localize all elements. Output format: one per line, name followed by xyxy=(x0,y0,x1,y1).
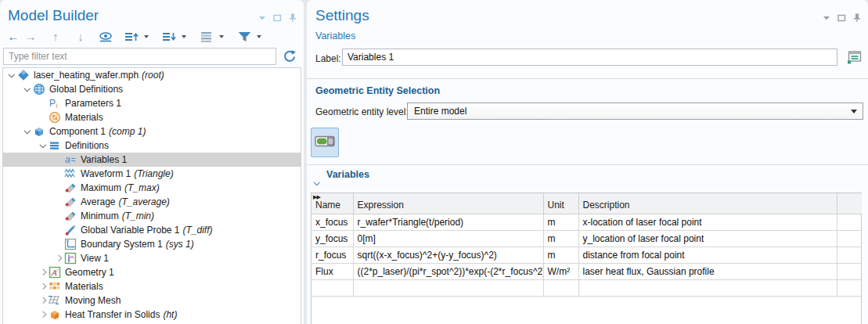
variable-row-empty[interactable] xyxy=(312,279,862,296)
tree-item-laser-heating-wafer-mph[interactable]: laser_heating_wafer.mph(root) xyxy=(3,68,301,82)
tree-item-view-1[interactable]: View 1 xyxy=(3,251,301,265)
back-icon[interactable]: ← xyxy=(6,29,20,45)
pin-icon[interactable] xyxy=(853,13,861,22)
chevron-expanded-icon[interactable] xyxy=(22,131,33,133)
col-header-expression[interactable]: Expression xyxy=(353,193,543,214)
col-header-description[interactable]: Description xyxy=(578,193,837,214)
model-tree-node-text-icon[interactable] xyxy=(200,29,214,45)
chevron-down-icon[interactable] xyxy=(257,35,261,38)
cell-expression[interactable]: 0[m] xyxy=(353,230,543,247)
settings-subtitle-link[interactable]: Variables xyxy=(315,31,355,41)
cell-description[interactable]: x-location of laser focal point xyxy=(578,214,837,230)
tree-item-boundary-system-1[interactable]: Boundary System 1(sys 1) xyxy=(3,237,301,251)
comsol-desktop: Model Builder ← → ↑ ↓ xyxy=(0,0,868,324)
chevron-down-icon[interactable] xyxy=(258,14,266,22)
cell-extra[interactable] xyxy=(837,279,862,296)
chevron-down-icon[interactable] xyxy=(182,35,186,38)
tree-item-heat-transfer-in-solids[interactable]: Heat Transfer in Solids(ht) xyxy=(3,308,301,322)
tree-item-materials[interactable]: Materials xyxy=(3,279,301,293)
cell-name[interactable] xyxy=(312,279,353,296)
chevron-collapsed-icon[interactable] xyxy=(53,256,64,261)
float-icon[interactable] xyxy=(837,14,846,22)
cell-extra[interactable] xyxy=(837,247,862,263)
cell-description[interactable]: laser heat flux, Gaussian profile xyxy=(578,263,837,279)
chevron-collapsed-icon[interactable] xyxy=(38,312,49,317)
tree-item-geometry-1[interactable]: AGeometry 1 xyxy=(3,265,301,279)
tree-item-tag: (T_max) xyxy=(124,182,160,193)
chevron-collapsed-icon[interactable] xyxy=(38,284,49,289)
collapse-expand-up-icon[interactable] xyxy=(124,29,139,45)
cell-unit[interactable] xyxy=(543,279,578,296)
collapse-expand-down-icon[interactable] xyxy=(162,29,176,45)
variable-row-y-focus[interactable]: y_focus0[m]my_location of laser focal po… xyxy=(312,230,862,247)
cell-expression[interactable]: ((2*p_laser)/(pi*r_spot^2))*exp(-(2*r_fo… xyxy=(353,263,543,279)
tree-item-label: Global Definitions xyxy=(49,84,123,95)
cell-unit[interactable]: m xyxy=(543,230,578,247)
tree-item-component-1[interactable]: Component 1(comp 1) xyxy=(3,124,301,139)
tree-item-average[interactable]: Average(T_average) xyxy=(3,195,301,209)
variable-row-flux[interactable]: Flux((2*p_laser)/(pi*r_spot^2))*exp(-(2*… xyxy=(312,263,862,279)
tree-item-minimum[interactable]: Minimum(T_min) xyxy=(3,209,301,223)
cell-name[interactable]: y_focus xyxy=(312,230,353,247)
chevron-down-icon[interactable] xyxy=(823,14,830,22)
cell-extra[interactable] xyxy=(837,230,862,247)
forward-icon[interactable]: → xyxy=(23,29,38,45)
cell-description[interactable] xyxy=(578,279,837,296)
boundary-system-icon xyxy=(64,238,77,250)
refresh-icon[interactable] xyxy=(282,49,297,64)
cell-unit[interactable]: m xyxy=(543,214,578,230)
cell-name[interactable]: Flux xyxy=(312,263,353,279)
tree-item-waveform-1[interactable]: Waveform 1(Triangle) xyxy=(3,167,301,181)
variable-row-r-focus[interactable]: r_focussqrt((x-x_focus)^2+(y-y_focus)^2)… xyxy=(312,247,862,263)
tree-item-definitions[interactable]: Definitions xyxy=(3,139,301,153)
show-eye-icon[interactable] xyxy=(99,29,113,45)
tree-item-global-variable-probe-1[interactable]: Global Variable Probe 1(T_diff) xyxy=(3,223,301,237)
chevron-down-icon xyxy=(851,110,857,113)
tree-item-label: View 1 xyxy=(81,253,109,264)
tree-item-global-definitions[interactable]: Global Definitions xyxy=(3,82,301,96)
col-header-unit[interactable]: Unit xyxy=(543,193,578,214)
chevron-down-icon[interactable] xyxy=(219,35,224,38)
cell-name[interactable]: x_focus xyxy=(312,214,353,230)
cell-expression[interactable] xyxy=(353,279,543,296)
component-icon xyxy=(33,125,45,138)
chevron-collapsed-icon[interactable] xyxy=(38,298,49,303)
chevron-expanded-icon[interactable] xyxy=(6,74,17,77)
move-down-icon[interactable]: ↓ xyxy=(74,29,88,45)
tree-item-maximum[interactable]: Maximum(T_max) xyxy=(3,181,301,195)
tree-item-variables-1[interactable]: a=Variables 1 xyxy=(3,153,301,167)
section-variables[interactable]: Variables xyxy=(326,169,369,180)
chevron-expanded-icon[interactable] xyxy=(38,145,49,147)
chevron-down-icon[interactable] xyxy=(144,35,149,38)
geometric-entity-level-select[interactable]: Entire model xyxy=(407,103,863,120)
section-geometric-entity-selection[interactable]: Geometric Entity Selection xyxy=(315,85,440,96)
collapse-section-icon[interactable] xyxy=(315,173,319,187)
filter-funnel-icon[interactable] xyxy=(237,29,251,45)
show-label-window-icon[interactable] xyxy=(846,49,864,66)
cell-expression[interactable]: r_wafer*Triangle(t/period) xyxy=(353,214,543,230)
cell-unit[interactable]: W/m² xyxy=(543,263,578,279)
tree-filter-input[interactable] xyxy=(3,48,276,65)
variables-table[interactable]: ▶▶Name Expression Unit Description x_foc… xyxy=(311,193,862,324)
variable-row-x-focus[interactable]: x_focusr_wafer*Triangle(t/period)mx-loca… xyxy=(312,214,862,230)
cell-extra[interactable] xyxy=(837,214,862,230)
chevron-expanded-icon[interactable] xyxy=(22,88,33,91)
tree-item-label: Definitions xyxy=(65,140,109,151)
tree-item-parameters-1[interactable]: PiParameters 1 xyxy=(3,96,301,110)
col-header-name[interactable]: ▶▶Name xyxy=(312,193,353,214)
cell-description[interactable]: distance from focal point xyxy=(578,247,837,263)
cell-unit[interactable]: m xyxy=(543,247,578,263)
move-up-icon[interactable]: ↑ xyxy=(49,29,63,45)
active-selection-toggle-button[interactable] xyxy=(311,128,339,157)
cell-name[interactable]: r_focus xyxy=(312,247,353,263)
cell-description[interactable]: y_location of laser focal point xyxy=(578,230,837,247)
tree-item-moving-mesh[interactable]: Moving Mesh xyxy=(3,293,301,308)
float-icon[interactable] xyxy=(273,14,282,22)
tree-item-materials[interactable]: Materials xyxy=(3,110,301,124)
cell-extra[interactable] xyxy=(837,263,862,279)
cell-expression[interactable]: sqrt((x-x_focus)^2+(y-y_focus)^2) xyxy=(353,247,543,263)
pin-icon[interactable] xyxy=(289,13,297,22)
svg-text:A: A xyxy=(51,268,57,277)
label-input[interactable] xyxy=(342,49,837,66)
chevron-collapsed-icon[interactable] xyxy=(38,270,49,275)
